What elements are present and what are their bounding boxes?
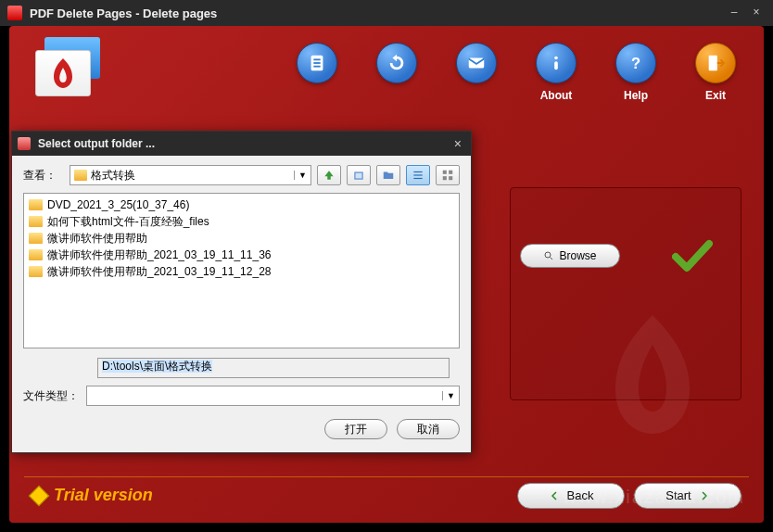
mail-icon <box>466 53 487 73</box>
list-item[interactable]: 如何下载html文件-百度经验_files <box>27 213 456 230</box>
list-icon <box>412 169 425 182</box>
svg-rect-6 <box>554 61 558 70</box>
svg-rect-18 <box>443 176 447 180</box>
path-row: D:\tools\桌面\格式转换 <box>23 358 460 378</box>
watermark-text: www.xiazaiba.com <box>563 487 745 508</box>
list-item[interactable]: 微讲师软件使用帮助_2021_03_19_11_11_36 <box>27 247 456 263</box>
trial-label: Trial version <box>32 486 153 505</box>
folder-icon <box>74 170 87 181</box>
browse-button[interactable]: Browse <box>520 244 620 268</box>
main-toolbar: About ? Help Exit <box>297 43 736 102</box>
window-title: PDF Delete Pages - Delete pages <box>30 6 725 20</box>
svg-rect-17 <box>449 171 452 174</box>
window-controls: – × <box>725 6 766 20</box>
dialog-buttons: 打开 取消 <box>23 419 460 439</box>
document-icon <box>307 53 327 73</box>
dialog-title: Select output folder ... <box>38 137 450 150</box>
svg-rect-12 <box>356 173 362 179</box>
toolbar-item-3[interactable] <box>456 43 497 102</box>
toolbar-item-2[interactable] <box>376 43 417 102</box>
list-item[interactable]: DVD_2021_3_25(10_37_46) <box>27 196 456 213</box>
chevron-down-icon: ▼ <box>294 171 307 180</box>
toolbar-help[interactable]: ? Help <box>615 43 656 102</box>
diamond-icon <box>29 485 50 506</box>
svg-line-10 <box>551 258 553 260</box>
close-button[interactable]: × <box>747 6 766 20</box>
dialog-close-button[interactable]: × <box>450 136 465 151</box>
titlebar: PDF Delete Pages - Delete pages – × <box>0 0 773 26</box>
look-in-select[interactable]: 格式转换 ▼ <box>70 165 311 185</box>
home-icon <box>352 169 365 182</box>
folder-icon <box>29 233 43 244</box>
adobe-watermark-icon <box>578 300 727 449</box>
home-button[interactable] <box>347 165 371 185</box>
search-icon <box>543 250 554 261</box>
list-item[interactable]: 微讲师软件使用帮助 <box>27 230 456 247</box>
new-folder-button[interactable] <box>376 165 400 185</box>
filetype-row: 文件类型： ▼ <box>23 386 460 406</box>
filetype-label: 文件类型： <box>23 388 81 404</box>
dialog-body: 查看： 格式转换 ▼ <box>12 156 471 449</box>
minimize-button[interactable]: – <box>725 6 743 20</box>
svg-text:?: ? <box>631 55 640 71</box>
folder-icon <box>29 216 43 227</box>
chevron-down-icon: ▼ <box>442 391 459 400</box>
dialog-icon <box>18 137 31 150</box>
folder-icon <box>29 249 43 260</box>
details-view-button[interactable] <box>436 165 460 185</box>
help-icon: ? <box>626 53 646 73</box>
list-view-button[interactable] <box>406 165 430 185</box>
arrow-up-icon <box>323 169 336 182</box>
folder-dialog: Select output folder ... × 查看： 格式转换 ▼ <box>11 131 472 453</box>
pdf-icon <box>44 55 82 92</box>
open-button[interactable]: 打开 <box>324 419 387 439</box>
toolbar-about[interactable]: About <box>536 43 577 102</box>
list-item[interactable]: 微讲师软件使用帮助_2021_03_19_11_12_28 <box>27 263 456 280</box>
app-icon <box>7 6 22 20</box>
folder-icon <box>29 199 43 210</box>
exit-icon <box>705 53 726 73</box>
app-logo <box>35 37 104 98</box>
dialog-titlebar: Select output folder ... × <box>12 132 471 156</box>
svg-rect-16 <box>443 171 447 174</box>
up-folder-button[interactable] <box>317 165 341 185</box>
refresh-icon <box>386 53 407 73</box>
look-in-label: 查看： <box>23 168 64 184</box>
checkmark-icon <box>672 238 713 279</box>
filetype-select[interactable]: ▼ <box>86 386 460 406</box>
file-list[interactable]: DVD_2021_3_25(10_37_46) 如何下载html文件-百度经验_… <box>23 193 460 348</box>
info-icon <box>546 53 566 73</box>
toolbar-exit[interactable]: Exit <box>695 43 736 102</box>
svg-point-9 <box>545 252 551 258</box>
toolbar-item-1[interactable] <box>297 43 337 102</box>
cancel-button[interactable]: 取消 <box>397 419 460 439</box>
svg-rect-8 <box>709 56 717 71</box>
svg-point-5 <box>554 57 558 60</box>
grid-icon <box>441 169 454 182</box>
main-window: PDF Delete Pages - Delete pages – × <box>0 0 773 532</box>
arrow-left-icon <box>549 490 562 501</box>
folder-icon <box>29 266 43 277</box>
look-in-row: 查看： 格式转换 ▼ <box>23 165 460 185</box>
new-folder-icon <box>382 169 395 182</box>
path-input[interactable]: D:\tools\桌面\格式转换 <box>97 358 450 378</box>
svg-rect-19 <box>449 176 452 180</box>
